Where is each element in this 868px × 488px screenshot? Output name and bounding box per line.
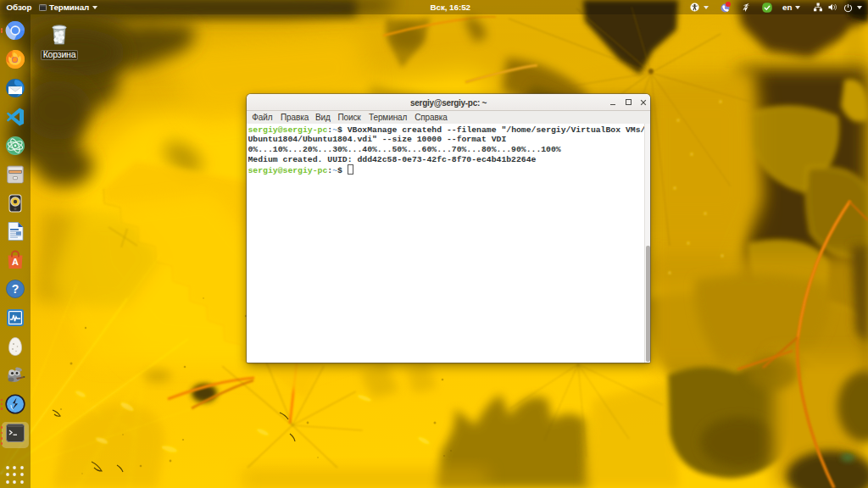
svg-text:A: A [12, 257, 19, 267]
svg-text:?: ? [12, 282, 19, 296]
